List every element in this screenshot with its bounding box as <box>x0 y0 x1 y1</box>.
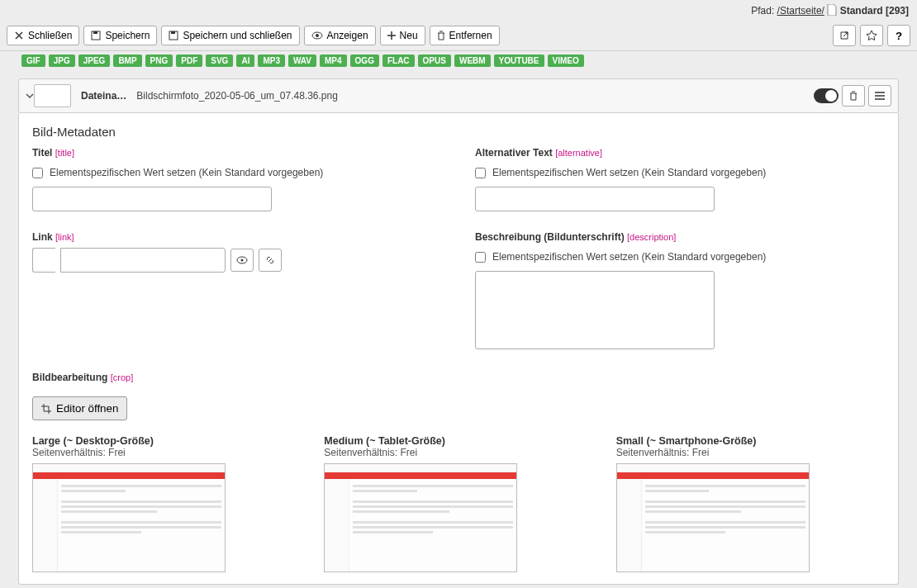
tag-ogg: OGG <box>350 55 379 67</box>
preview-1: Medium (~ Tablet-Größe)Seitenverhältnis:… <box>324 435 592 572</box>
tag-flac: FLAC <box>382 55 415 67</box>
preview-2: Small (~ Smartphone-Größe)Seitenverhältn… <box>616 435 885 572</box>
field-alt: Alternativer Text [alternative] Elements… <box>475 147 885 211</box>
breadcrumb: Pfad: /Startseite/ Standard [293] <box>0 0 917 21</box>
preview-thumbnail[interactable] <box>32 463 226 572</box>
plus-icon <box>387 31 396 40</box>
visibility-toggle[interactable] <box>814 88 839 103</box>
new-button[interactable]: Neu <box>380 26 425 45</box>
save-close-button[interactable]: Speichern und schließen <box>161 26 299 45</box>
section-title: Bild-Metadaten <box>32 125 885 139</box>
close-button[interactable]: Schließen <box>7 26 79 45</box>
tag-png: PNG <box>145 55 173 67</box>
trash-icon <box>437 31 445 40</box>
preview-ratio: Seitenverhältnis: Frei <box>32 447 301 458</box>
main-toolbar: Schließen Speichern Speichern und schlie… <box>0 21 917 51</box>
tag-opus: OPUS <box>418 55 451 67</box>
tag-gif: GIF <box>21 55 45 67</box>
save-icon <box>91 31 101 40</box>
file-delete-button[interactable] <box>842 85 865 107</box>
file-icon <box>827 5 839 17</box>
link-type-selector[interactable] <box>32 248 55 273</box>
title-input[interactable] <box>32 187 272 211</box>
tag-pdf: PDF <box>176 55 202 67</box>
title-override-checkbox[interactable] <box>32 168 43 178</box>
filename-value: Bildschirmfoto_2020-05-06_um_07.48.36.pn… <box>136 90 338 102</box>
tag-youtube: YOUTUBE <box>494 55 544 67</box>
tag-mp3: MP3 <box>258 55 285 67</box>
star-button[interactable] <box>860 25 883 46</box>
svg-rect-3 <box>171 31 175 34</box>
alt-override-checkbox[interactable] <box>475 168 486 178</box>
filename-label: Dateina… <box>81 90 126 102</box>
metadata-panel: Bild-Metadaten Titel [title] Elementspez… <box>18 113 899 585</box>
delete-button[interactable]: Entfernen <box>430 26 500 45</box>
tag-svg: SVG <box>206 55 233 67</box>
file-thumbnail <box>34 84 71 107</box>
save-close-icon <box>169 31 178 40</box>
preview-title: Small (~ Smartphone-Größe) <box>616 435 885 447</box>
external-link-button[interactable] <box>833 25 856 46</box>
alt-input[interactable] <box>475 187 715 211</box>
tag-ai: AI <box>236 55 254 67</box>
link-browse-button[interactable] <box>230 249 254 272</box>
view-button[interactable]: Anzeigen <box>304 26 376 45</box>
path-label: Pfad: <box>751 5 774 17</box>
crop-icon <box>41 404 51 414</box>
preview-thumbnail[interactable] <box>616 463 810 572</box>
save-button[interactable]: Speichern <box>83 26 157 45</box>
eye-icon <box>311 31 323 40</box>
preview-ratio: Seitenverhältnis: Frei <box>616 447 885 458</box>
file-type-tags: GIFJPGJPEGBMPPNGPDFSVGAIMP3WAVMP4OGGFLAC… <box>8 51 909 70</box>
preview-title: Medium (~ Tablet-Größe) <box>324 435 592 447</box>
svg-point-5 <box>316 34 319 37</box>
tag-vimeo: VIMEO <box>548 55 584 67</box>
svg-rect-1 <box>93 31 97 34</box>
tag-bmp: BMP <box>113 55 141 67</box>
desc-override-checkbox[interactable] <box>475 252 486 263</box>
open-editor-button[interactable]: Editor öffnen <box>32 396 127 420</box>
svg-point-7 <box>241 259 244 262</box>
link-icon-button[interactable] <box>259 249 282 272</box>
help-button[interactable]: ? <box>887 25 910 46</box>
breadcrumb-current: Standard [293] <box>840 5 909 17</box>
hamburger-button[interactable] <box>868 85 891 107</box>
preview-thumbnail[interactable] <box>324 463 517 572</box>
field-crop: Bildbearbeitung [crop] Editor öffnen Lar… <box>32 372 885 572</box>
file-row: Dateina… Bildschirmfoto_2020-05-06_um_07… <box>18 78 899 113</box>
tag-jpeg: JPEG <box>78 55 111 67</box>
chevron-down-icon[interactable] <box>26 92 34 100</box>
link-input[interactable] <box>60 248 226 273</box>
close-icon <box>14 31 24 40</box>
tag-webm: WEBM <box>454 55 491 67</box>
field-title: Titel [title] Elementspezifischen Wert s… <box>32 147 442 211</box>
preview-ratio: Seitenverhältnis: Frei <box>324 447 592 458</box>
field-description: Beschreibung (Bildunterschrift) [descrip… <box>475 231 885 352</box>
tag-jpg: JPG <box>49 55 75 67</box>
preview-title: Large (~ Desktop-Größe) <box>32 435 301 447</box>
field-link: Link [link] <box>32 231 442 352</box>
tag-wav: WAV <box>288 55 316 67</box>
breadcrumb-start[interactable]: /Startseite/ <box>777 5 824 17</box>
tag-mp4: MP4 <box>320 55 347 67</box>
preview-0: Large (~ Desktop-Größe)Seitenverhältnis:… <box>32 435 301 572</box>
description-textarea[interactable] <box>475 271 715 349</box>
